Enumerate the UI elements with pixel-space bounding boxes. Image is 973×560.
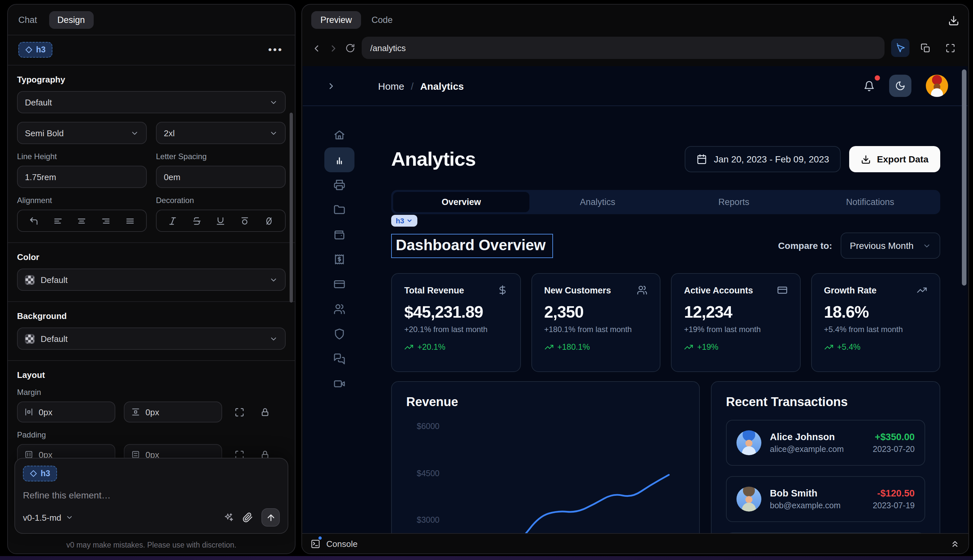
sidebar-item-home[interactable]	[324, 122, 354, 147]
selected-element-badge[interactable]: h3	[18, 42, 52, 58]
dashboard-content: Analytics Jan 20, 2023 - Feb 09, 2023 Ex…	[391, 106, 940, 535]
color-value: Default	[41, 275, 67, 285]
align-justify-icon[interactable]	[125, 216, 135, 226]
notifications-button[interactable]	[864, 80, 875, 92]
background-value: Default	[41, 334, 67, 343]
chevron-right-icon	[328, 43, 339, 54]
tab-code[interactable]: Code	[372, 15, 393, 25]
sidebar-item-security[interactable]	[324, 322, 354, 347]
transaction-email: alice@example.com	[770, 445, 844, 454]
sidebar-item-invoices[interactable]	[324, 172, 354, 197]
align-center-icon[interactable]	[77, 216, 87, 226]
align-left-icon[interactable]	[53, 216, 63, 226]
download-button[interactable]	[948, 14, 959, 26]
design-panel-scrollbar[interactable]	[290, 113, 293, 303]
sidebar-item-cards[interactable]	[324, 272, 354, 297]
refine-composer: h3 Refine this element… v0-1.5-md	[14, 458, 288, 534]
trending-up-icon	[544, 343, 553, 352]
folder-icon	[334, 204, 345, 215]
copy-button[interactable]	[916, 38, 935, 57]
transaction-name: Bob Smith	[770, 488, 841, 498]
composer-element-badge[interactable]: h3	[23, 466, 57, 482]
font-weight-select[interactable]: Semi Bold	[17, 122, 147, 144]
fullscreen-button[interactable]	[941, 38, 959, 57]
tab-chat[interactable]: Chat	[18, 15, 37, 25]
design-panel-body: h3 ••• Typography Default Semi Bold 2xl	[8, 35, 295, 553]
italic-icon[interactable]	[168, 216, 178, 226]
undo-icon[interactable]	[29, 216, 38, 226]
section-title-selected[interactable]: Dashboard Overview	[391, 233, 553, 258]
transaction-date: 2023-07-20	[873, 445, 915, 454]
url-input[interactable]: /analytics	[362, 37, 885, 59]
tab-notifications[interactable]: Notifications	[802, 192, 938, 212]
margin-y-value: 0px	[145, 407, 159, 417]
tab-preview[interactable]: Preview	[311, 11, 361, 29]
messages-icon	[334, 353, 345, 365]
receipt-icon	[334, 253, 345, 265]
date-range-button[interactable]: Jan 20, 2023 - Feb 09, 2023	[684, 146, 841, 172]
margin-x-input[interactable]: 0px	[17, 402, 115, 422]
transaction-row[interactable]: Bob Smith bob@example.com -$120.50 2023-…	[726, 476, 925, 522]
export-data-button[interactable]: Export Data	[849, 146, 940, 172]
underline-icon[interactable]	[216, 216, 226, 226]
background-select[interactable]: Default	[17, 327, 286, 350]
element-menu-button[interactable]: •••	[267, 44, 284, 56]
dollar-icon	[497, 285, 507, 295]
sidebar-item-receipts[interactable]	[324, 247, 354, 272]
back-button[interactable]	[311, 42, 322, 54]
stat-sub: +19% from last month	[684, 325, 787, 334]
sidebar-item-wallet[interactable]	[324, 222, 354, 247]
theme-toggle-button[interactable]	[889, 75, 911, 97]
sidebar-item-messages[interactable]	[324, 347, 354, 372]
font-family-select[interactable]: Default	[17, 91, 286, 113]
console-bar[interactable]: Console	[302, 533, 968, 553]
refresh-button[interactable]	[345, 42, 355, 54]
stat-card-total-revenue: Total Revenue $45,231.89 +20.1% from las…	[391, 273, 521, 372]
model-select[interactable]: v0-1.5-md	[23, 513, 73, 522]
none-decoration-icon[interactable]	[264, 216, 274, 226]
refine-input[interactable]: Refine this element…	[23, 490, 280, 500]
margin-x-icon	[24, 407, 33, 417]
sidebar-item-customers[interactable]	[324, 297, 354, 322]
strikethrough-icon[interactable]	[192, 216, 202, 226]
stat-card-growth-rate: Growth Rate 18.6% +5.4% from last month …	[811, 273, 940, 372]
overline-icon[interactable]	[240, 216, 250, 226]
sparkles-icon[interactable]	[224, 512, 234, 523]
letter-spacing-input[interactable]: 0em	[156, 166, 286, 188]
wallet-icon	[334, 228, 345, 240]
console-notification-dot	[318, 536, 322, 540]
tab-analytics[interactable]: Analytics	[529, 192, 666, 212]
export-label: Export Data	[877, 154, 928, 164]
sidebar-item-analytics[interactable]	[324, 147, 354, 172]
tab-reports[interactable]: Reports	[666, 192, 802, 212]
tab-overview[interactable]: Overview	[393, 192, 529, 212]
console-expand-button[interactable]	[950, 538, 960, 550]
inspect-pointer-button[interactable]	[891, 38, 910, 57]
margin-lock-button[interactable]	[256, 403, 273, 420]
line-height-input[interactable]: 1.75rem	[17, 166, 147, 188]
tab-design[interactable]: Design	[49, 11, 93, 28]
font-size-select[interactable]: 2xl	[156, 122, 286, 144]
stat-value: 18.6%	[824, 303, 927, 322]
margin-y-input[interactable]: 0px	[124, 402, 222, 422]
viewport-scrollbar[interactable]	[962, 70, 966, 285]
sidebar-item-video[interactable]	[324, 372, 354, 396]
breadcrumb-home[interactable]: Home	[378, 80, 404, 92]
compare-select[interactable]: Previous Month	[841, 233, 940, 259]
transaction-row[interactable]: Alice Johnson alice@example.com +$350.00…	[726, 420, 925, 466]
margin-expand-button[interactable]	[230, 403, 248, 420]
url-value: /analytics	[370, 43, 406, 53]
forward-button[interactable]	[328, 42, 339, 54]
model-name: v0-1.5-md	[23, 513, 61, 522]
color-select[interactable]: Default	[17, 268, 286, 291]
paperclip-icon[interactable]	[242, 512, 253, 523]
selected-tag-chip[interactable]: h3	[391, 215, 417, 227]
design-panel-tabs: Chat Design	[8, 5, 295, 35]
stat-sub: +180.1% from last month	[544, 325, 648, 334]
align-right-icon[interactable]	[101, 216, 111, 226]
sidebar-expand-button[interactable]	[326, 80, 336, 92]
sidebar-item-files[interactable]	[324, 197, 354, 222]
submit-button[interactable]	[262, 508, 280, 527]
user-avatar[interactable]	[926, 75, 948, 97]
revenue-line-svg	[426, 420, 671, 535]
